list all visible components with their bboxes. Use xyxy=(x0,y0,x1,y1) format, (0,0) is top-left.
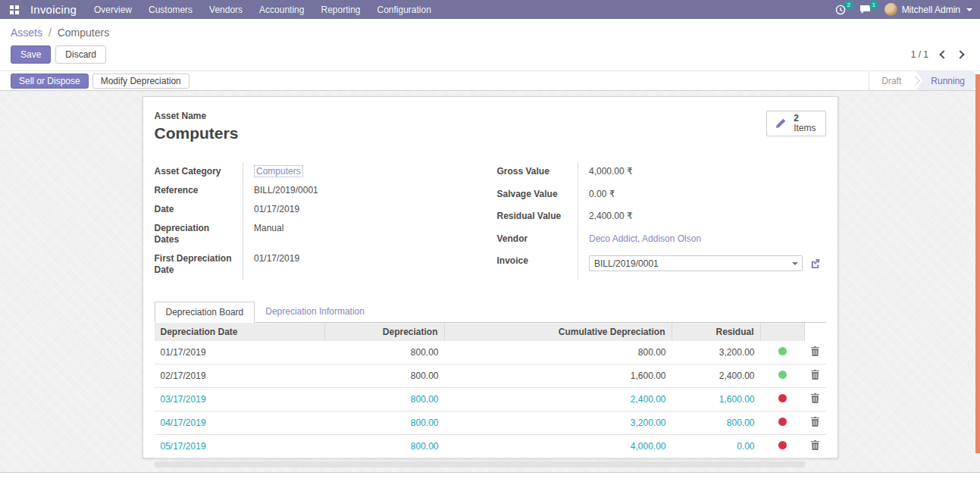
tab-depreciation-information[interactable]: Depreciation Information xyxy=(255,302,375,323)
depreciation-dates-label: Depreciation Dates xyxy=(155,219,243,249)
save-button[interactable]: Save xyxy=(11,45,51,64)
table-row[interactable]: 01/17/2019 800.00 800.00 3,200.00 xyxy=(155,341,826,364)
delete-row-button[interactable] xyxy=(805,417,826,429)
delete-row-button[interactable] xyxy=(805,393,826,405)
column-cumulative-depreciation[interactable]: Cumulative Depreciation xyxy=(445,323,672,341)
cell-date[interactable]: 04/17/2019 xyxy=(155,418,325,428)
sell-or-dispose-button[interactable]: Sell or Dispose xyxy=(11,74,89,89)
menu-vendors[interactable]: Vendors xyxy=(202,2,249,18)
pencil-icon xyxy=(775,117,787,130)
cell-residual[interactable]: 3,200.00 xyxy=(672,347,761,358)
column-actions xyxy=(805,323,826,341)
apps-grid-icon[interactable] xyxy=(6,3,23,17)
pager-next-icon[interactable] xyxy=(956,50,964,58)
menu-accounting[interactable]: Accounting xyxy=(252,2,311,18)
status-running[interactable]: Running xyxy=(916,71,980,90)
trash-icon xyxy=(811,440,819,450)
cell-depreciation[interactable]: 800.00 xyxy=(325,441,445,452)
activities-button[interactable]: 2 xyxy=(835,5,846,15)
trash-icon xyxy=(811,417,819,427)
app-title[interactable]: Invoicing xyxy=(30,3,77,16)
gross-value-field[interactable]: 4,000.00 ₹ xyxy=(578,162,826,185)
delete-row-button[interactable] xyxy=(805,346,826,358)
cell-date[interactable]: 01/17/2019 xyxy=(155,347,325,358)
delete-row-button[interactable] xyxy=(805,440,826,452)
invoice-label: Invoice xyxy=(497,252,578,280)
cell-residual[interactable]: 0.00 xyxy=(672,441,761,452)
gross-value-label: Gross Value xyxy=(497,162,578,185)
first-depreciation-date-field[interactable]: 01/17/2019 xyxy=(243,249,484,280)
salvage-value-field[interactable]: 0.00 ₹ xyxy=(578,185,826,208)
table-footer-strip xyxy=(155,461,805,468)
cell-date[interactable]: 03/17/2019 xyxy=(155,394,325,405)
column-depreciation[interactable]: Depreciation xyxy=(325,323,445,341)
cell-depreciation[interactable]: 800.00 xyxy=(325,371,445,381)
side-highlight-strip xyxy=(975,74,980,453)
menu-reporting[interactable]: Reporting xyxy=(314,2,367,18)
depreciation-dates-field[interactable]: Manual xyxy=(243,219,484,249)
trash-icon xyxy=(811,370,819,380)
record-pager: 1 / 1 xyxy=(911,49,969,60)
cell-cumulative[interactable]: 1,600.00 xyxy=(445,371,672,381)
residual-value-field[interactable]: 2,400.00 ₹ xyxy=(578,207,826,230)
breadcrumb-assets[interactable]: Assets xyxy=(11,27,42,39)
notebook-tabbar: Depreciation Board Depreciation Informat… xyxy=(155,301,826,323)
cell-cumulative[interactable]: 2,400.00 xyxy=(445,394,672,405)
menu-overview[interactable]: Overview xyxy=(87,2,139,18)
breadcrumb-separator: / xyxy=(49,27,52,39)
salvage-value-label: Salvage Value xyxy=(497,185,578,208)
right-field-group: Gross Value 4,000.00 ₹ Salvage Value 0.0… xyxy=(497,162,826,280)
table-row[interactable]: 02/17/2019 800.00 1,600.00 2,400.00 xyxy=(155,364,826,388)
pager-counter: 1 / 1 xyxy=(911,49,928,60)
modify-depreciation-button[interactable]: Modify Depreciation xyxy=(92,74,189,89)
column-residual[interactable]: Residual xyxy=(672,323,761,341)
cell-cumulative[interactable]: 800.00 xyxy=(445,347,672,358)
cell-residual[interactable]: 1,600.00 xyxy=(672,394,761,405)
table-row[interactable]: 03/17/2019 800.00 2,400.00 1,600.00 xyxy=(155,388,826,411)
cell-residual[interactable]: 2,400.00 xyxy=(672,371,761,381)
external-link-icon[interactable] xyxy=(809,258,821,269)
date-field[interactable]: 01/17/2019 xyxy=(243,200,484,219)
posted-status-dot xyxy=(778,347,787,355)
table-row[interactable]: 05/17/2019 800.00 4,000.00 0.00 xyxy=(155,435,826,458)
cell-depreciation[interactable]: 800.00 xyxy=(325,394,445,405)
status-draft[interactable]: Draft xyxy=(869,71,913,90)
cell-cumulative[interactable]: 3,200.00 xyxy=(445,418,672,428)
reference-field[interactable]: BILL/2019/0001 xyxy=(243,181,484,200)
cell-depreciation[interactable]: 800.00 xyxy=(325,347,445,358)
vendor-label: Vendor xyxy=(497,230,578,252)
menu-customers[interactable]: Customers xyxy=(142,2,199,18)
message-count-badge: 1 xyxy=(869,1,878,9)
page-title[interactable]: Computers xyxy=(155,124,239,142)
cell-date[interactable]: 05/17/2019 xyxy=(155,441,325,452)
depreciation-table: Depreciation Date Depreciation Cumulativ… xyxy=(155,323,826,468)
asset-category-field[interactable]: Computers xyxy=(254,165,303,177)
cell-date[interactable]: 02/17/2019 xyxy=(155,371,325,381)
pager-previous-icon[interactable] xyxy=(939,50,947,58)
user-menu[interactable]: Mitchell Admin xyxy=(885,3,972,16)
table-row[interactable]: 04/17/2019 800.00 3,200.00 800.00 xyxy=(155,411,826,435)
vendor-field[interactable]: Deco Addict, Addison Olson xyxy=(589,233,701,244)
asset-form-sheet: Asset Name Computers 2 Items Asset Categ… xyxy=(142,96,838,458)
posted-status-dot xyxy=(778,371,787,379)
cell-residual[interactable]: 800.00 xyxy=(672,418,761,428)
delete-row-button[interactable] xyxy=(805,370,826,382)
menu-configuration[interactable]: Configuration xyxy=(371,2,438,18)
tab-depreciation-board[interactable]: Depreciation Board xyxy=(155,302,255,323)
discard-button[interactable]: Discard xyxy=(55,45,106,64)
breadcrumb-current: Computers xyxy=(58,27,109,39)
cell-cumulative[interactable]: 4,000.00 xyxy=(445,441,672,452)
invoice-combobox[interactable] xyxy=(589,255,803,271)
breadcrumb: Assets / Computers xyxy=(11,27,969,39)
messages-button[interactable]: 1 xyxy=(859,5,871,14)
asset-name-label: Asset Name xyxy=(155,111,239,121)
left-field-group: Asset Category Computers Reference BILL/… xyxy=(155,162,484,280)
status-pipeline: Draft Running xyxy=(869,71,980,90)
cell-depreciation[interactable]: 800.00 xyxy=(325,418,445,428)
date-label: Date xyxy=(155,200,243,219)
items-stat-button[interactable]: 2 Items xyxy=(766,111,825,136)
table-header: Depreciation Date Depreciation Cumulativ… xyxy=(155,323,826,341)
column-depreciation-date[interactable]: Depreciation Date xyxy=(155,323,325,341)
statusbar: Sell or Dispose Modify Depreciation Draf… xyxy=(0,70,980,91)
user-avatar xyxy=(885,3,897,16)
